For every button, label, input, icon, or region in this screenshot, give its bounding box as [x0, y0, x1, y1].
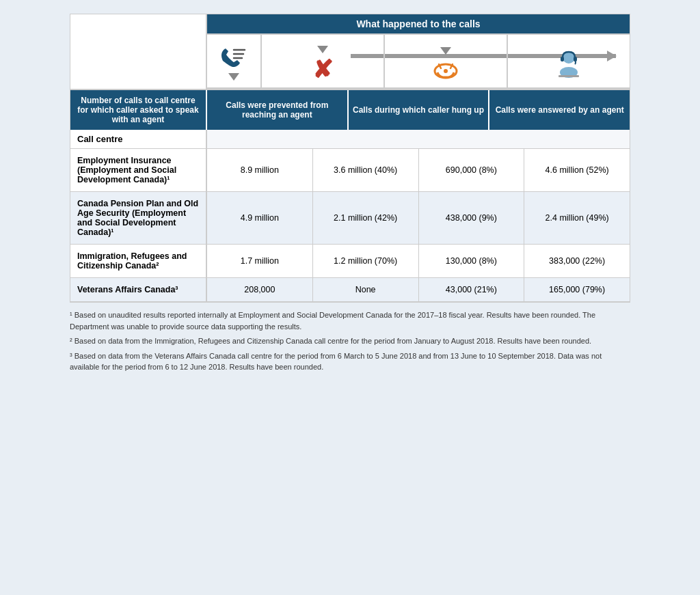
row-name-cpp: Canada Pension Plan and Old Age Security… [70, 192, 207, 244]
svg-rect-11 [558, 75, 579, 77]
cell-ei-total: 8.9 million [207, 149, 313, 191]
svg-point-4 [444, 69, 448, 73]
row-name-ei: Employment Insurance (Employment and Soc… [70, 149, 207, 191]
cell-ircc-prevented: 1.2 million (70%) [313, 245, 419, 277]
main-container: What happened to the calls [70, 14, 630, 376]
prevented-icon-col: ✘ [262, 35, 385, 87]
svg-rect-9 [561, 57, 564, 61]
footnote-2: ² Based on data from the Immigration, Re… [70, 335, 630, 347]
row-values-vac: 208,000 None 43,000 (21%) 165,000 (79%) [207, 278, 630, 301]
cell-ircc-answered: 383,000 (22%) [524, 245, 630, 277]
cell-cpp-prevented: 2.1 million (42%) [313, 192, 419, 244]
col-headers-right: Calls were prevented from reaching an ag… [207, 90, 630, 130]
table-row: Immigration, Refugees and Citizenship Ca… [70, 245, 630, 278]
row-values-ircc: 1.7 million 1.2 million (70%) 130,000 (8… [207, 245, 630, 277]
footnotes-section: ¹ Based on unaudited results reported in… [70, 309, 630, 373]
phone-queue-icon [217, 42, 250, 81]
data-rows: Employment Insurance (Employment and Soc… [70, 149, 630, 302]
cell-ei-answered: 4.6 million (52%) [524, 149, 630, 191]
row-name-ircc: Immigration, Refugees and Citizenship Ca… [70, 245, 207, 277]
cell-ei-prevented: 3.6 million (40%) [313, 149, 419, 191]
agent-svg [552, 48, 586, 82]
hangup-svg [432, 59, 459, 82]
empty-cells [207, 130, 630, 148]
col-header-hung-up: Calls during which caller hung up [349, 90, 490, 130]
table-wrapper: What happened to the calls [70, 14, 630, 303]
col-header-number-of-calls: Number of calls to call centre for which… [70, 90, 207, 130]
table-row: Employment Insurance (Employment and Soc… [70, 149, 630, 192]
cell-vac-prevented: None [313, 278, 419, 301]
row-label-header: Call centre [70, 130, 630, 149]
row-values-cpp: 4.9 million 2.1 million (42%) 438,000 (9… [207, 192, 630, 244]
header-right: What happened to the calls [207, 14, 630, 89]
cell-vac-answered: 165,000 (79%) [524, 278, 630, 301]
cell-vac-total: 208,000 [207, 278, 313, 301]
agent-icon [552, 42, 586, 82]
call-centre-column-label: Call centre [70, 130, 207, 148]
answered-icon-col [508, 35, 630, 87]
column-headers: Number of calls to call centre for which… [70, 90, 630, 130]
cell-cpp-total: 4.9 million [207, 192, 313, 244]
table-row: Veterans Affairs Canada³ 208,000 None 43… [70, 278, 630, 302]
footnote-3: ³ Based on data from the Veterans Affair… [70, 350, 630, 373]
cell-ei-hung-up: 690,000 (8%) [419, 149, 525, 191]
col-header-prevented: Calls were prevented from reaching an ag… [207, 90, 349, 130]
cell-cpp-answered: 2.4 million (49%) [524, 192, 630, 244]
cell-cpp-hung-up: 438,000 (9%) [419, 192, 525, 244]
header-left-spacer [70, 14, 207, 89]
phone-hangup-icon [432, 42, 459, 82]
hangup-icon-col [385, 35, 508, 87]
cell-vac-hung-up: 43,000 (21%) [419, 278, 525, 301]
cell-ircc-total: 1.7 million [207, 245, 313, 277]
what-happened-banner: What happened to the calls [207, 14, 630, 35]
table-row: Canada Pension Plan and Old Age Security… [70, 192, 630, 245]
col-header-answered: Calls were answered by an agent [489, 90, 630, 130]
footnote-1: ¹ Based on unaudited results reported in… [70, 309, 630, 332]
icon-row: ✘ [207, 35, 630, 89]
row-name-vac: Veterans Affairs Canada³ [70, 278, 207, 301]
header-section: What happened to the calls [70, 14, 630, 90]
x-mark-icon: ✘ [312, 40, 333, 82]
cell-ircc-hung-up: 130,000 (8%) [419, 245, 525, 277]
row-values-ei: 8.9 million 3.6 million (40%) 690,000 (8… [207, 149, 630, 191]
